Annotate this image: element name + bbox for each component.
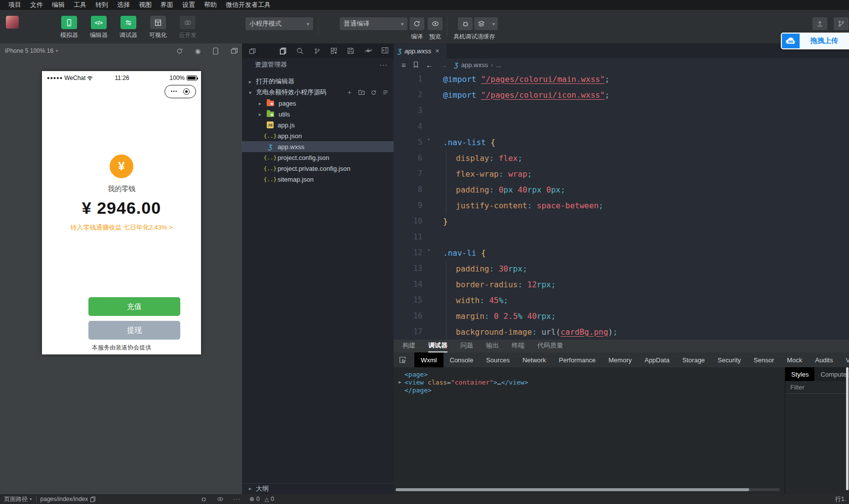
debugger-toggle-button[interactable]: 调试器 [118, 16, 139, 39]
collapse-panel-icon[interactable] [381, 47, 389, 54]
cloud-dev-button[interactable]: 云开发 [177, 16, 199, 39]
menu-item-工具[interactable]: 工具 [69, 0, 91, 10]
forward-icon[interactable]: → [440, 61, 447, 69]
new-file-icon[interactable]: ＋ [346, 88, 353, 97]
file-tree-item-project.config.json[interactable]: {..}project.config.json [242, 152, 394, 163]
more-actions-icon[interactable]: ··· [379, 61, 388, 69]
cursor-position[interactable]: 行1. [835, 495, 846, 504]
devtools-tab-Wxml[interactable]: Wxml [414, 352, 444, 367]
wxml-node[interactable]: ▶ <view class="container">…</view> [399, 378, 785, 386]
new-folder-icon[interactable] [358, 89, 365, 95]
version-control-button[interactable] [834, 17, 849, 30]
styles-tab-Styles[interactable]: Styles [785, 367, 814, 381]
menu-item-转到[interactable]: 转到 [91, 0, 113, 10]
eye-icon[interactable] [216, 496, 224, 503]
visual-toggle-button[interactable]: 可视化 [147, 16, 169, 39]
devtools-tab-Performance[interactable]: Performance [553, 352, 602, 367]
devtools-tab-Network[interactable]: Network [516, 352, 553, 367]
close-icon[interactable]: × [435, 47, 439, 55]
panel-tab-构建[interactable]: 构建 [403, 340, 415, 352]
devtools-tab-Mock[interactable]: Mock [780, 352, 809, 367]
wallet-yield-link[interactable]: 转入零钱通赚收益 七日年化2.43% > [42, 223, 201, 232]
teapot-icon[interactable] [364, 47, 372, 54]
code-line-17[interactable]: 17 background-image: url(cardBg.png); [394, 324, 849, 340]
simulator-toggle-button[interactable]: 模拟器 [58, 16, 80, 39]
panel-tab-问题[interactable]: 问题 [460, 340, 473, 352]
wxml-node[interactable]: </page> [399, 386, 785, 394]
recharge-button[interactable]: 充值 [88, 297, 180, 316]
rotate-icon[interactable] [176, 47, 183, 55]
file-tree-item-app.json[interactable]: {..}app.json [242, 130, 394, 141]
capsule-close-icon[interactable] [183, 88, 190, 95]
file-tree-item-utils[interactable]: ▸ utils [242, 109, 394, 119]
styles-filter-input[interactable]: Filter [785, 381, 849, 394]
bug-icon[interactable] [200, 496, 207, 503]
compile-button[interactable]: 编译 [409, 17, 424, 41]
code-line-2[interactable]: 2 @import "/pages/colorui/icon.wxss"; [394, 87, 849, 103]
file-tree-item-sitemap.json[interactable]: {..}sitemap.json [242, 174, 394, 185]
collapse-all-icon[interactable] [382, 89, 389, 96]
devtools-tab-Console[interactable]: Console [444, 352, 480, 367]
panel-tab-输出[interactable]: 输出 [486, 340, 499, 352]
menu-item-视图[interactable]: 视图 [134, 0, 156, 10]
error-count[interactable]: ⊗ 0 [249, 496, 260, 503]
menu-item-文件[interactable]: 文件 [26, 0, 47, 10]
code-lines[interactable]: 1 @import "/pages/colorui/main.wxss"; 2 … [394, 71, 849, 340]
horizontal-scrollbar[interactable] [396, 488, 780, 491]
vertical-scrollbar[interactable] [846, 367, 849, 490]
menu-item-项目[interactable]: 项目 [4, 0, 26, 10]
search-icon[interactable] [296, 47, 304, 55]
code-line-1[interactable]: 1 @import "/pages/colorui/main.wxss"; [394, 71, 849, 87]
clear-cache-button[interactable]: ▾ 清缓存 [474, 17, 498, 41]
inspect-element-icon[interactable] [399, 356, 406, 364]
device-frame-icon[interactable] [212, 47, 219, 55]
code-line-9[interactable]: 9 justify-content: space-between; [394, 197, 849, 213]
extensions-icon[interactable] [330, 47, 337, 54]
open-editors-section[interactable]: ▸ 打开的编辑器 [242, 76, 394, 87]
panel-tab-代码质量[interactable]: 代码质量 [537, 340, 563, 352]
panel-tab-终端[interactable]: 终端 [512, 340, 525, 352]
drag-upload-badge[interactable]: 拖拽上传 [781, 33, 849, 49]
restore-window-icon[interactable] [249, 48, 256, 54]
code-line-3[interactable]: 3 [394, 103, 849, 118]
preview-button[interactable]: 预览 [428, 17, 443, 41]
code-line-7[interactable]: 7 flex-wrap: wrap; [394, 166, 849, 182]
record-icon[interactable]: ◉ [195, 47, 201, 55]
page-path-selector[interactable]: 页面路径 ▾ [4, 495, 32, 504]
code-line-12[interactable]: 12 ˇ .nav-li { [394, 245, 849, 261]
files-icon[interactable] [280, 47, 286, 55]
device-selector[interactable]: iPhone 5 100% 16 ▾ [5, 47, 58, 54]
mode-select[interactable]: 小程序模式 ▾ [245, 17, 313, 30]
compile-mode-select[interactable]: 普通编译 ▾ [340, 17, 407, 30]
fold-icon[interactable]: ˇ [422, 138, 435, 146]
save-icon[interactable] [347, 47, 354, 54]
bookmark-icon[interactable] [413, 61, 419, 68]
menu-item-帮助[interactable]: 帮助 [200, 0, 221, 10]
menu-item-微信开发者工具[interactable]: 微信开发者工具 [221, 0, 275, 10]
git-branch-icon[interactable] [314, 47, 321, 55]
styles-tab-Computed[interactable]: Computed [814, 367, 849, 381]
code-line-10[interactable]: 10 } [394, 213, 849, 229]
outline-list-icon[interactable]: ≡ [402, 61, 406, 69]
wxml-tree[interactable]: <page> ▶ <view class="container">…</view… [394, 367, 785, 494]
multi-window-icon[interactable] [231, 47, 238, 54]
code-line-15[interactable]: 15 width: 45%; [394, 292, 849, 308]
fold-icon[interactable]: ˇ [422, 249, 435, 257]
file-tree-item-pages[interactable]: ▸ pages [242, 98, 394, 109]
code-line-8[interactable]: 8 padding: 0px 40rpx 0px; [394, 182, 849, 197]
menu-item-选择[interactable]: 选择 [113, 0, 134, 10]
file-tree-item-project.private.config.json[interactable]: {..}project.private.config.json [242, 163, 394, 174]
panel-tab-调试器[interactable]: 调试器 [428, 340, 447, 352]
file-tree-item-app.js[interactable]: JSapp.js [242, 119, 394, 130]
editor-toggle-button[interactable]: </> 编辑器 [88, 16, 110, 39]
code-line-16[interactable]: 16 margin: 0 2.5% 40rpx; [394, 308, 849, 324]
code-line-6[interactable]: 6 display: flex; [394, 150, 849, 166]
warning-count[interactable]: △ 0 [265, 496, 274, 503]
code-line-5[interactable]: 5 ˇ .nav-list { [394, 134, 849, 150]
withdraw-button[interactable]: 提现 [88, 321, 180, 340]
code-line-14[interactable]: 14 border-radius: 12rpx; [394, 276, 849, 292]
file-tree-item-app.wxss[interactable]: Ʒapp.wxss [242, 141, 394, 152]
capsule-menu[interactable]: ••• [164, 85, 196, 98]
refresh-icon[interactable] [370, 89, 377, 96]
device-debug-button[interactable]: 真机调试 [453, 17, 477, 41]
